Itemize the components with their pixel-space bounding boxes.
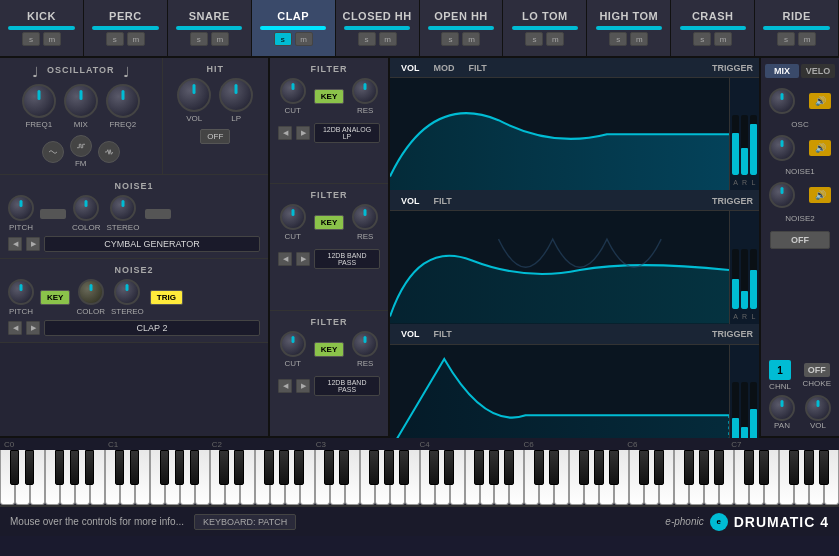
filter2-next-btn[interactable]: ▶ [296, 252, 310, 266]
black-key-6-5[interactable] [699, 450, 709, 485]
black-key-2-2[interactable] [234, 450, 244, 485]
tab-perc[interactable]: PERC s m [84, 0, 168, 56]
noise2-next-btn[interactable]: ▶ [26, 321, 40, 335]
s-btn[interactable]: s [190, 32, 208, 46]
m-btn[interactable]: m [211, 32, 229, 46]
black-key-4-4[interactable] [474, 450, 484, 485]
s-btn[interactable]: s [22, 32, 40, 46]
vis-tab3-vol[interactable]: VOL [396, 328, 425, 340]
black-key-3-6[interactable] [399, 450, 409, 485]
mix-osc-speaker[interactable]: 🔊 [809, 93, 831, 109]
vis-tab2-filt[interactable]: FILT [429, 195, 457, 207]
filter2-res-knob[interactable] [352, 204, 378, 230]
s-btn[interactable]: s [525, 32, 543, 46]
keyboard-indicator[interactable]: KEYBOARD: PATCH [194, 514, 296, 530]
black-key-6-6[interactable] [714, 450, 724, 485]
mix-knob[interactable] [64, 84, 98, 118]
black-key-7-2[interactable] [759, 450, 769, 485]
filter2-cut-knob[interactable] [280, 204, 306, 230]
off-button[interactable]: OFF [770, 231, 830, 249]
m-btn[interactable]: m [798, 32, 816, 46]
hit-mode-btn[interactable]: OFF [200, 129, 230, 144]
filter2-prev-btn[interactable]: ◀ [278, 252, 292, 266]
black-key-4-6[interactable] [504, 450, 514, 485]
filter2-key-btn[interactable]: KEY [314, 215, 344, 230]
mix-noise1-knob[interactable] [769, 135, 795, 161]
freq1-knob[interactable] [22, 84, 56, 118]
filter3-next-btn[interactable]: ▶ [296, 379, 310, 393]
vis-tab3-filt[interactable]: FILT [429, 328, 457, 340]
vis-tab-vol[interactable]: VOL [396, 62, 425, 74]
black-key-7-6[interactable] [819, 450, 829, 485]
bar-track-l3[interactable] [750, 382, 757, 442]
m-btn[interactable]: m [127, 32, 145, 46]
vis-tab-filt[interactable]: FILT [464, 62, 492, 74]
filter1-res-knob[interactable] [352, 78, 378, 104]
noise2-key-btn[interactable]: KEY [40, 290, 70, 305]
black-key-4-2[interactable] [444, 450, 454, 485]
tab-ride[interactable]: RIDE s m [755, 0, 839, 56]
black-key-4-5[interactable] [489, 450, 499, 485]
osc-fm-btn[interactable] [70, 135, 92, 157]
black-key-6-2[interactable] [654, 450, 664, 485]
tab-crash[interactable]: CRASH s m [671, 0, 755, 56]
black-key-3-5[interactable] [384, 450, 394, 485]
m-btn[interactable]: m [462, 32, 480, 46]
filter3-prev-btn[interactable]: ◀ [278, 379, 292, 393]
s-btn[interactable]: s [106, 32, 124, 46]
s-btn[interactable]: s [274, 32, 292, 46]
noise1-color-knob[interactable] [73, 195, 99, 221]
s-btn[interactable]: s [609, 32, 627, 46]
bar-track-r2[interactable] [741, 249, 748, 309]
s-btn[interactable]: s [693, 32, 711, 46]
black-key-7-4[interactable] [789, 450, 799, 485]
m-btn[interactable]: m [714, 32, 732, 46]
noise1-stereo-knob[interactable] [110, 195, 136, 221]
m-btn[interactable]: m [43, 32, 61, 46]
black-key-5-5[interactable] [594, 450, 604, 485]
bar-track-r3[interactable] [741, 382, 748, 442]
mix-tab-mix[interactable]: MIX [765, 64, 799, 78]
osc-mod-btn[interactable] [98, 141, 120, 163]
noise2-pitch-knob[interactable] [8, 279, 34, 305]
tab-lo-tom[interactable]: LO TOM s m [503, 0, 587, 56]
black-key-0-2[interactable] [25, 450, 35, 485]
filter3-key-btn[interactable]: KEY [314, 342, 344, 357]
black-key-7-5[interactable] [804, 450, 814, 485]
black-key-3-1[interactable] [324, 450, 334, 485]
noise2-stereo-knob[interactable] [114, 279, 140, 305]
m-btn[interactable]: m [295, 32, 313, 46]
mix-tab-velo[interactable]: VELO [801, 64, 835, 78]
noise2-trig-btn[interactable]: TRIG [150, 290, 183, 305]
filter3-cut-knob[interactable] [280, 331, 306, 357]
black-key-3-2[interactable] [339, 450, 349, 485]
pan-knob[interactable] [769, 395, 795, 421]
freq2-knob[interactable] [106, 84, 140, 118]
black-key-1-1[interactable] [115, 450, 125, 485]
tab-high-tom[interactable]: HIGH TOM s m [587, 0, 671, 56]
mix-noise2-knob[interactable] [769, 182, 795, 208]
black-key-1-6[interactable] [190, 450, 200, 485]
filter1-cut-knob[interactable] [280, 78, 306, 104]
noise2-prev-btn[interactable]: ◀ [8, 321, 22, 335]
black-key-4-1[interactable] [429, 450, 439, 485]
black-key-7-1[interactable] [744, 450, 754, 485]
m-btn[interactable]: m [630, 32, 648, 46]
choke-off-btn[interactable]: OFF [804, 363, 830, 377]
s-btn[interactable]: s [777, 32, 795, 46]
black-key-5-4[interactable] [579, 450, 589, 485]
vol-knob[interactable] [805, 395, 831, 421]
bar-track-r[interactable] [741, 115, 748, 175]
black-key-0-5[interactable] [70, 450, 80, 485]
tab-kick[interactable]: KICK s m [0, 0, 84, 56]
black-key-5-2[interactable] [549, 450, 559, 485]
black-key-2-5[interactable] [279, 450, 289, 485]
mix-osc-knob[interactable] [769, 88, 795, 114]
tab-snare[interactable]: SNARE s m [168, 0, 252, 56]
filter3-res-knob[interactable] [352, 331, 378, 357]
filter1-next-btn[interactable]: ▶ [296, 126, 310, 140]
vis-tab-mod[interactable]: MOD [429, 62, 460, 74]
black-key-3-4[interactable] [369, 450, 379, 485]
black-key-1-4[interactable] [160, 450, 170, 485]
m-btn[interactable]: m [379, 32, 397, 46]
